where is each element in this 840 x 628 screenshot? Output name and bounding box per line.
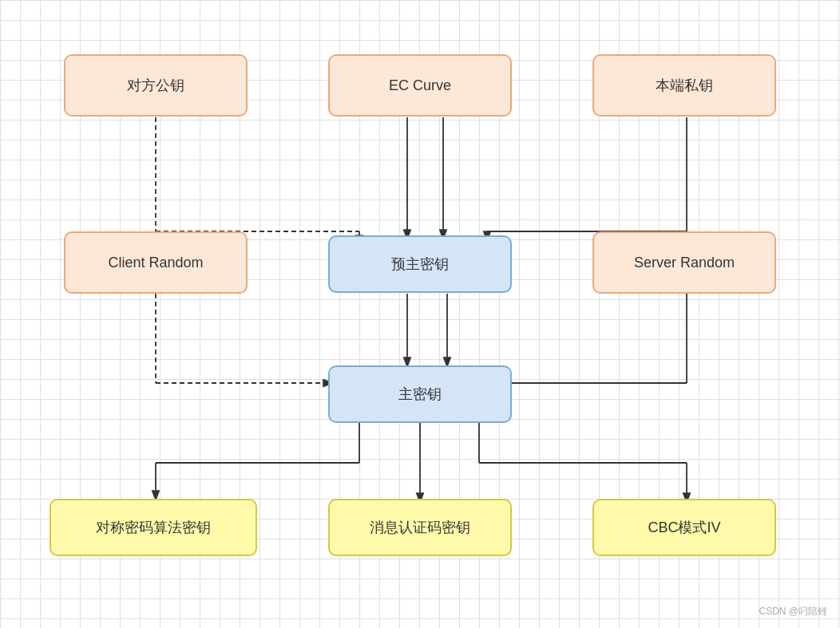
node-ec-curve: EC Curve	[328, 54, 512, 117]
node-cbc-iv: CBC模式IV	[592, 499, 776, 556]
watermark: CSDN @叼陪鲤	[759, 605, 827, 618]
node-sym-key: 对称密码算法密钥	[50, 499, 257, 556]
node-beiduan-sigkey: 本端私钥	[592, 54, 776, 117]
node-master-key: 主密钥	[328, 365, 512, 423]
node-server-random: Server Random	[592, 231, 776, 294]
diagram-container: 对方公钥 EC Curve 本端私钥 Client Random 预主密钥 Se…	[0, 0, 840, 628]
node-mac-key: 消息认证码密钥	[328, 499, 512, 556]
node-pre-master: 预主密钥	[328, 235, 512, 293]
node-duifang-gongkey: 对方公钥	[64, 54, 248, 117]
node-client-random: Client Random	[64, 231, 248, 294]
